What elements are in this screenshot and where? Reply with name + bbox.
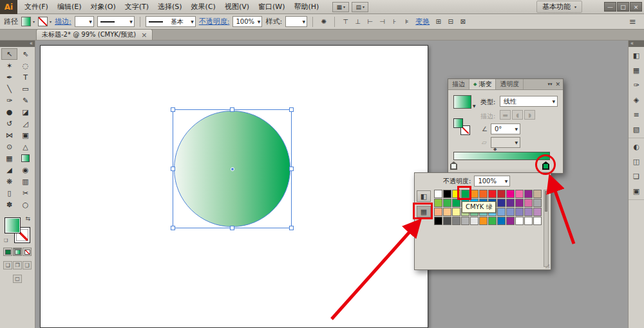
swatch-r1-c9[interactable] bbox=[515, 199, 524, 207]
swatch-r2-c9[interactable] bbox=[515, 208, 524, 216]
brush-definition-combo[interactable]: 基本 ▼ bbox=[146, 16, 196, 27]
tab-gradient[interactable]: ◆渐变 bbox=[469, 79, 496, 89]
swatch-r0-c8[interactable] bbox=[506, 190, 515, 198]
artboards-panel-icon[interactable]: ▣ bbox=[630, 186, 642, 196]
gradient-fill-toggle[interactable] bbox=[453, 118, 463, 128]
menu-item-2[interactable]: 对象(O) bbox=[86, 0, 120, 14]
stroke-link[interactable]: 描边: bbox=[55, 17, 71, 26]
menu-item-5[interactable]: 效果(C) bbox=[187, 0, 220, 14]
none-mode-button[interactable] bbox=[23, 248, 32, 256]
symbol-sprayer-tool[interactable]: ❋ bbox=[1, 176, 17, 187]
menu-item-1[interactable]: 编辑(E) bbox=[53, 0, 86, 14]
swatch-r3-c9[interactable] bbox=[515, 217, 524, 225]
rectangle-tool[interactable]: ▭ bbox=[17, 83, 33, 95]
width-tool[interactable]: ⋈ bbox=[1, 129, 17, 141]
workspace-switcher[interactable]: 基本功能 ▾ bbox=[536, 1, 582, 13]
swatch-r2-c8[interactable] bbox=[506, 208, 515, 216]
symbols-panel-icon[interactable]: ◈ bbox=[630, 95, 642, 105]
opacity-combo[interactable]: 100% ▼ bbox=[232, 16, 262, 27]
hand-tool[interactable]: ✽ bbox=[1, 199, 17, 210]
panel-collapse-icon[interactable]: ▾▾ bbox=[547, 82, 552, 87]
draw-inside-button[interactable]: ❑ bbox=[23, 261, 32, 269]
swatch-scrollbar[interactable] bbox=[544, 190, 549, 267]
swatch-r0-c11[interactable] bbox=[533, 190, 542, 198]
menu-item-3[interactable]: 文字(T) bbox=[120, 0, 153, 14]
swatch-r3-c8[interactable] bbox=[506, 217, 515, 225]
gradient-type-select[interactable]: 线性 ▼ bbox=[500, 96, 558, 107]
gradient-tool[interactable] bbox=[17, 152, 33, 164]
stroke-weight-combo[interactable]: ▼ bbox=[75, 16, 94, 27]
swatch-r2-c1[interactable] bbox=[443, 208, 451, 216]
stroke-gradient-option-0[interactable]: ▬ bbox=[500, 110, 511, 120]
fill-indicator[interactable] bbox=[5, 217, 21, 233]
slice-tool[interactable]: ✂ bbox=[17, 187, 33, 199]
lasso-tool[interactable]: ◌ bbox=[17, 60, 33, 71]
stop-opacity-select[interactable]: 100% ▼ bbox=[474, 176, 510, 187]
appearance-panel-icon[interactable]: ◐ bbox=[630, 141, 642, 152]
fill-color-swatch[interactable] bbox=[21, 17, 31, 26]
swatch-r1-c7[interactable] bbox=[497, 199, 506, 207]
menu-item-7[interactable]: 窗口(W) bbox=[254, 0, 289, 14]
gradient-panel-icon[interactable]: ▧ bbox=[630, 124, 642, 134]
opacity-link[interactable]: 不透明度: bbox=[199, 17, 230, 26]
artboard-tool[interactable]: ▯ bbox=[1, 187, 17, 199]
shape-icon-1[interactable]: ⊟ bbox=[445, 17, 456, 26]
swatch-r1-c11[interactable] bbox=[533, 199, 542, 207]
swatch-r3-c3[interactable] bbox=[461, 217, 469, 225]
color-view-button[interactable]: ◧ bbox=[417, 190, 431, 202]
gradient-angle-select[interactable]: 0° ▼ bbox=[491, 123, 520, 134]
rotate-tool[interactable]: ↺ bbox=[1, 118, 17, 129]
gradient-midpoint-icon[interactable]: ◆ bbox=[493, 147, 497, 152]
swatch-r1-c0[interactable] bbox=[434, 199, 442, 207]
swap-fill-stroke-icon[interactable]: ⇆ bbox=[25, 215, 30, 222]
draw-normal-button[interactable]: ❏ bbox=[3, 261, 12, 269]
swatch-r0-c1[interactable] bbox=[443, 190, 451, 198]
magic-wand-tool[interactable]: ✶ bbox=[1, 60, 17, 71]
swatch-r2-c0[interactable] bbox=[434, 208, 442, 216]
pen-tool[interactable]: ✒ bbox=[1, 71, 17, 83]
tools-panel-collapse[interactable]: « bbox=[0, 41, 35, 47]
gradient-presets-caret-icon[interactable]: ▼ bbox=[473, 104, 476, 108]
mesh-tool[interactable]: ▦ bbox=[1, 152, 17, 164]
selection-handle-w[interactable] bbox=[171, 167, 175, 171]
stroke-color-swatch[interactable] bbox=[38, 17, 48, 26]
shape-builder-tool[interactable]: ⊙ bbox=[1, 141, 17, 152]
selection-handle-e[interactable] bbox=[289, 167, 294, 171]
swatch-r3-c0[interactable] bbox=[434, 217, 442, 225]
line-segment-tool[interactable]: ╲ bbox=[1, 83, 17, 95]
stroke-gradient-option-1[interactable]: ◖ bbox=[512, 110, 523, 120]
stroke-gradient-option-2[interactable]: ◗ bbox=[524, 110, 535, 120]
swatch-r3-c1[interactable] bbox=[443, 217, 451, 225]
shape-icon-0[interactable]: ⊞ bbox=[433, 17, 444, 26]
align-icon-0[interactable]: ⊤ bbox=[340, 17, 351, 26]
tab-close-icon[interactable]: × bbox=[141, 31, 147, 39]
menu-item-6[interactable]: 视图(V) bbox=[220, 0, 254, 14]
swatch-r1-c8[interactable] bbox=[506, 199, 515, 207]
default-fill-stroke-icon[interactable]: ❑ bbox=[4, 238, 8, 243]
scrollbar-thumb[interactable] bbox=[545, 191, 547, 212]
swatch-r1-c1[interactable] bbox=[443, 199, 451, 207]
restore-button[interactable]: □ bbox=[617, 2, 629, 12]
tab-stroke[interactable]: 描边 bbox=[448, 79, 469, 89]
arrange-documents-button[interactable]: ▦ ▾ bbox=[332, 2, 349, 12]
gradient-slider[interactable] bbox=[453, 152, 550, 160]
recolor-artwork-icon[interactable]: ✺ bbox=[318, 17, 329, 26]
gradient-thumbnail[interactable] bbox=[453, 95, 471, 109]
swatch-r0-c5[interactable] bbox=[479, 190, 488, 198]
swatch-r3-c10[interactable] bbox=[524, 217, 533, 225]
align-icon-1[interactable]: ⊥ bbox=[352, 17, 363, 26]
swatch-r1-c10[interactable] bbox=[524, 199, 533, 207]
align-icon-3[interactable]: ⊣ bbox=[377, 17, 388, 26]
swatch-r2-c7[interactable] bbox=[497, 208, 506, 216]
free-transform-tool[interactable]: ▣ bbox=[17, 129, 33, 141]
screen-mode-button[interactable]: ▢ bbox=[13, 275, 22, 283]
close-button[interactable]: × bbox=[630, 2, 642, 12]
swatch-r2-c2[interactable] bbox=[452, 208, 460, 216]
selection-center-point[interactable] bbox=[231, 167, 234, 171]
swatch-r0-c10[interactable] bbox=[524, 190, 533, 198]
selection-handle-se[interactable] bbox=[289, 226, 294, 230]
panel-close-icon[interactable]: ✕ bbox=[555, 81, 560, 87]
document-tab[interactable]: 未标题-2* @ 99% (CMYK/预览) × bbox=[36, 29, 153, 40]
align-icon-4[interactable]: ⊦ bbox=[389, 17, 400, 26]
swatches-panel-icon[interactable]: ▦ bbox=[630, 65, 642, 75]
